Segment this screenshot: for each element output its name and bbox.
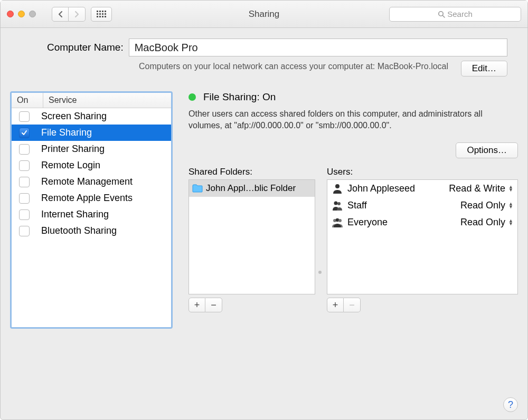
person-icon bbox=[332, 183, 343, 194]
splitter-handle-icon[interactable] bbox=[318, 271, 322, 274]
status-description: Other users can access shared folders on… bbox=[188, 108, 518, 131]
user-permission-label: Read Only bbox=[460, 217, 505, 228]
options-button[interactable]: Options… bbox=[456, 142, 518, 158]
service-checkbox[interactable] bbox=[19, 144, 30, 155]
services-header-on: On bbox=[12, 93, 43, 108]
remove-user-button[interactable]: − bbox=[344, 298, 361, 312]
user-name: Staff bbox=[347, 200, 367, 211]
svg-point-7 bbox=[338, 219, 342, 222]
folders-buttons: + − bbox=[188, 298, 315, 312]
window-controls bbox=[7, 11, 36, 17]
chevron-left-icon bbox=[58, 11, 63, 17]
service-checkbox[interactable] bbox=[19, 111, 30, 122]
service-checkbox[interactable] bbox=[19, 193, 30, 204]
search-placeholder: Search bbox=[447, 9, 473, 18]
services-header-svc: Service bbox=[43, 93, 171, 108]
group-icon bbox=[332, 199, 343, 211]
close-button[interactable] bbox=[7, 11, 14, 17]
nav-buttons bbox=[52, 7, 86, 22]
service-checkbox[interactable] bbox=[19, 177, 30, 187]
service-label: Remote Management bbox=[41, 176, 133, 187]
search-field[interactable]: Search bbox=[389, 7, 521, 22]
titlebar: Sharing Search bbox=[1, 1, 527, 28]
services-header: On Service bbox=[12, 93, 171, 108]
check-icon bbox=[21, 130, 27, 136]
user-permission-label: Read Only bbox=[460, 200, 505, 211]
service-checkbox[interactable] bbox=[19, 160, 30, 171]
services-list[interactable]: On Service Screen SharingFile SharingPri… bbox=[10, 91, 173, 329]
user-name: Everyone bbox=[347, 217, 388, 228]
stepper-icon: ▲▼ bbox=[508, 202, 513, 208]
minimize-button[interactable] bbox=[18, 11, 25, 17]
service-checkbox[interactable] bbox=[19, 128, 30, 138]
user-name: John Appleseed bbox=[347, 183, 415, 194]
service-row[interactable]: Remote Apple Events bbox=[12, 190, 171, 206]
users-label: Users: bbox=[327, 167, 518, 177]
service-row[interactable]: Printer Sharing bbox=[12, 141, 171, 157]
service-row[interactable]: Screen Sharing bbox=[12, 108, 171, 125]
shared-folder-item[interactable]: John Appl…blic Folder bbox=[189, 180, 315, 197]
folders-users-row: Shared Folders: John Appl…blic Folder + … bbox=[188, 167, 518, 312]
svg-point-2 bbox=[335, 184, 340, 188]
service-row[interactable]: Internet Sharing bbox=[12, 206, 171, 223]
service-row[interactable]: Remote Management bbox=[12, 174, 171, 190]
body-row: On Service Screen SharingFile SharingPri… bbox=[10, 91, 518, 412]
help-button[interactable]: ? bbox=[503, 397, 518, 412]
computer-name-desc-row: Computers on your local network can acce… bbox=[10, 56, 518, 77]
service-checkbox[interactable] bbox=[19, 226, 30, 236]
grid-icon bbox=[97, 11, 106, 17]
svg-point-3 bbox=[334, 202, 338, 205]
users-buttons: + − bbox=[327, 298, 518, 312]
user-permission[interactable]: Read Only▲▼ bbox=[460, 217, 513, 228]
service-label: Internet Sharing bbox=[41, 209, 109, 220]
user-permission-label: Read & Write bbox=[449, 183, 505, 194]
status-label: File Sharing: On bbox=[203, 91, 276, 103]
stepper-icon: ▲▼ bbox=[508, 219, 513, 225]
computer-name-label: Computer Name: bbox=[47, 42, 124, 53]
computer-name-row: Computer Name: bbox=[10, 39, 518, 56]
service-label: Printer Sharing bbox=[41, 144, 105, 155]
service-checkbox[interactable] bbox=[19, 209, 30, 220]
users-section: Users: John AppleseedRead & Write▲▼Staff… bbox=[327, 167, 518, 312]
sharing-prefpane: Sharing Search Computer Name: Computers … bbox=[0, 0, 528, 420]
user-permission[interactable]: Read Only▲▼ bbox=[460, 200, 513, 211]
shared-folders-label: Shared Folders: bbox=[188, 167, 315, 177]
chevron-right-icon bbox=[74, 11, 79, 17]
back-button[interactable] bbox=[52, 7, 69, 22]
computer-name-description: Computers on your local network can acce… bbox=[139, 61, 461, 72]
status-row: File Sharing: On bbox=[188, 91, 518, 103]
shared-folders-list[interactable]: John Appl…blic Folder bbox=[188, 179, 315, 294]
service-label: File Sharing bbox=[41, 127, 92, 138]
user-permission[interactable]: Read & Write▲▼ bbox=[449, 183, 513, 194]
remove-folder-button[interactable]: − bbox=[205, 298, 222, 312]
service-label: Remote Apple Events bbox=[41, 193, 133, 204]
search-icon bbox=[438, 11, 445, 18]
service-row[interactable]: File Sharing bbox=[12, 125, 171, 141]
everyone-icon bbox=[332, 216, 343, 228]
status-indicator-icon bbox=[188, 93, 196, 101]
user-item[interactable]: EveryoneRead Only▲▼ bbox=[327, 214, 517, 231]
user-item[interactable]: John AppleseedRead & Write▲▼ bbox=[327, 180, 517, 197]
shared-folders-section: Shared Folders: John Appl…blic Folder + … bbox=[188, 167, 315, 312]
computer-name-input[interactable] bbox=[129, 39, 507, 56]
detail-pane: File Sharing: On Other users can access … bbox=[188, 91, 518, 412]
service-row[interactable]: Remote Login bbox=[12, 157, 171, 174]
show-all-button[interactable] bbox=[91, 7, 112, 22]
add-user-button[interactable]: + bbox=[327, 298, 344, 312]
content: Computer Name: Computers on your local n… bbox=[1, 28, 527, 419]
users-list[interactable]: John AppleseedRead & Write▲▼StaffRead On… bbox=[327, 179, 518, 294]
folder-icon bbox=[192, 184, 203, 193]
user-item[interactable]: StaffRead Only▲▼ bbox=[327, 197, 517, 214]
shared-folder-name: John Appl…blic Folder bbox=[206, 183, 296, 194]
add-folder-button[interactable]: + bbox=[188, 298, 205, 312]
service-label: Bluetooth Sharing bbox=[41, 225, 117, 236]
forward-button[interactable] bbox=[69, 7, 86, 22]
stepper-icon: ▲▼ bbox=[508, 185, 513, 192]
service-row[interactable]: Bluetooth Sharing bbox=[12, 223, 171, 239]
service-label: Screen Sharing bbox=[41, 111, 107, 122]
svg-point-4 bbox=[337, 202, 341, 205]
svg-line-1 bbox=[442, 15, 445, 17]
service-label: Remote Login bbox=[41, 160, 100, 171]
edit-hostname-button[interactable]: Edit… bbox=[461, 61, 507, 77]
zoom-button[interactable] bbox=[29, 11, 36, 17]
